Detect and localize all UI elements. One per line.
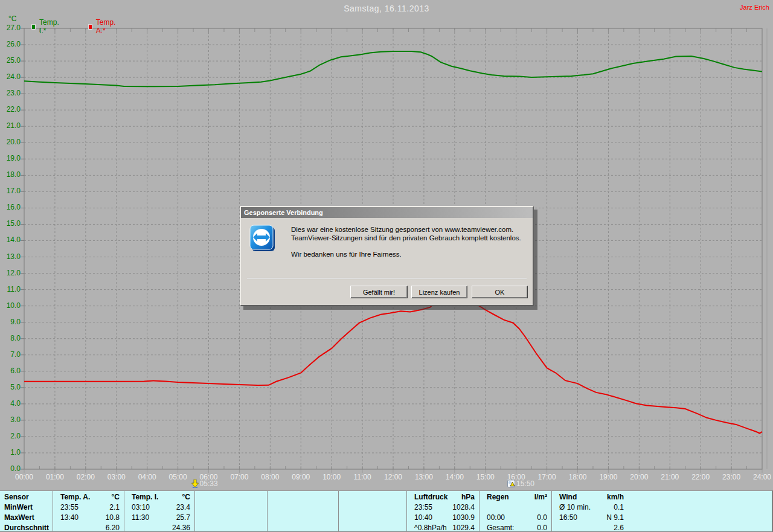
stats-cell-time: 03:10 (132, 502, 150, 513)
y-axis-label: 24.0 (0, 73, 21, 81)
y-axis-label: 1.0 (0, 449, 21, 457)
stats-cell-value: N 9.1 (606, 513, 624, 523)
ok-button[interactable]: OK (472, 286, 528, 298)
stats-row-label: Durchschnitt (0, 523, 53, 532)
stats-cell-value: 6.20 (106, 523, 120, 532)
y-axis-label: 25.0 (0, 57, 21, 65)
y-axis-label: 13.0 (0, 253, 21, 261)
x-axis-label: 11:00 (348, 473, 376, 481)
page-title: Samstag, 16.11.2013 (0, 4, 773, 13)
x-axis-label: 03:00 (103, 473, 130, 481)
stats-cell-time: 23:55 (414, 502, 432, 513)
stats-cell-time: 10:40 (414, 513, 432, 523)
stats-column-name: Regen (487, 492, 509, 502)
temp-a-swatch-icon (88, 24, 92, 30)
x-axis-label: 17:00 (533, 473, 561, 481)
dialog-titlebar[interactable]: Gesponserte Verbindung (241, 207, 533, 218)
y-axis-label: 23.0 (0, 89, 21, 97)
x-axis-label: 00:00 (10, 473, 38, 481)
x-axis-label: 23:00 (717, 473, 745, 481)
stats-column-name: Temp. I. (132, 492, 158, 502)
stats-column-regen: Regenl/m²00:000.0Gesamt:0.0 (479, 491, 551, 532)
stats-cell-time: 16:50 (559, 513, 577, 523)
sunrise-icon (191, 479, 199, 488)
stats-cell-value: 1028.4 (452, 502, 475, 513)
stats-column-unit: l/m² (534, 492, 547, 502)
stats-cell-value: 0.0 (537, 513, 547, 523)
dialog-fairness-line: Wir bedanken uns für Ihre Fairness. (291, 251, 402, 258)
stats-column-name: Wind (559, 492, 577, 502)
x-axis-label: 02:00 (72, 473, 100, 481)
y-axis-unit: °C (8, 14, 16, 23)
stats-cell-time: 13:40 (60, 513, 79, 523)
x-axis-label: 12:00 (379, 473, 407, 481)
stats-table: SensorMinWertMaxWertDurchschnitt Temp. A… (0, 490, 773, 532)
legend-label: Temp. I.* (39, 18, 60, 35)
legend-item-temp-a: Temp. A.* (88, 18, 117, 35)
x-axis-label: 24:00 (748, 473, 773, 481)
dialog-message-line: TeamViewer-Sitzungen sind für den privat… (291, 234, 521, 242)
stats-cell-value: 23.4 (176, 502, 190, 513)
y-axis-label: 6.0 (0, 367, 21, 375)
sunrise-marker: 05:33 (191, 479, 218, 488)
x-axis-label: 13:00 (410, 473, 438, 481)
stats-cell-time: Ø 10 min. (559, 502, 591, 513)
y-axis-label: 10.0 (0, 302, 21, 310)
x-axis-label: 15:00 (472, 473, 499, 481)
y-axis-label: 19.0 (0, 155, 21, 162)
stats-cell-value: 1029.4 (452, 523, 475, 532)
dialog-message-line: Dies war eine kostenlose Sitzung gespons… (291, 225, 521, 234)
stats-cell-time: Gesamt: (487, 523, 514, 532)
stats-cell-value: 1030.9 (452, 513, 475, 523)
dialog-title: Gesponserte Verbindung (244, 209, 323, 216)
teamviewer-dialog: Gesponserte Verbindung Dies war eine kos… (240, 206, 534, 306)
temp-i-swatch-icon (31, 24, 36, 30)
y-axis-label: 3.0 (0, 416, 21, 424)
y-axis-label: 15.0 (0, 220, 21, 228)
stats-column-temp-i-: Temp. I.°C03:1023.411:3025.724.36 (124, 491, 194, 532)
like-button[interactable]: Gefällt mir! (350, 286, 408, 298)
stats-cell-time: ^0.8hPa/h (414, 523, 447, 532)
x-axis-label: 18:00 (564, 473, 592, 481)
user-name: Jarz Erich (740, 4, 769, 11)
stats-cell-value: 10.8 (106, 513, 120, 523)
stats-row-label: MaxWert (0, 513, 53, 523)
stats-cell-value: 24.36 (172, 523, 190, 532)
stats-cell-value: 0.1 (614, 502, 624, 513)
y-axis-label: 2.0 (0, 432, 21, 440)
stats-row-label: Sensor (0, 492, 53, 502)
y-axis-label: 14.0 (0, 236, 21, 244)
x-axis-label: 07:00 (225, 473, 253, 481)
buy-license-button[interactable]: Lizenz kaufen (411, 286, 467, 298)
x-axis-label: 19:00 (594, 473, 622, 481)
y-axis-label: 11.0 (0, 286, 21, 293)
y-axis-label: 5.0 (0, 383, 21, 391)
y-axis-label: 7.0 (0, 351, 21, 359)
stats-column-unit: km/h (607, 492, 624, 502)
stats-cell-value: 25.7 (176, 513, 190, 523)
y-axis-label: 26.0 (0, 40, 21, 48)
x-axis-label: 01:00 (41, 473, 69, 481)
stats-cell-time: 00:00 (487, 513, 505, 523)
y-axis-label: 22.0 (0, 106, 21, 114)
x-axis-label: 09:00 (287, 473, 315, 481)
sunset-marker: 15:50 (507, 479, 534, 488)
y-axis-label: 16.0 (0, 204, 21, 211)
sunset-icon (507, 479, 515, 488)
y-axis-label: 12.0 (0, 269, 21, 277)
x-axis-label: 10:00 (318, 473, 345, 481)
legend-item-temp-i: Temp. I.* (31, 18, 60, 35)
stats-cell-value: 0.0 (537, 523, 547, 532)
teamviewer-icon (248, 224, 276, 254)
column-separator (194, 491, 195, 532)
stats-column-wind: Windkm/hØ 10 min.0.116:50N 9.12.6 (551, 491, 628, 532)
stats-column-name: Temp. A. (60, 492, 90, 502)
stats-column-unit: °C (182, 492, 190, 502)
stats-column-unit: °C (112, 492, 120, 502)
stats-column-unit: hPa (461, 492, 475, 502)
y-axis-label: 18.0 (0, 171, 21, 179)
x-axis-label: 04:00 (133, 473, 161, 481)
x-axis-label: 20:00 (625, 473, 653, 481)
stats-cell-value: 2.1 (109, 502, 120, 513)
dialog-body: Dies war eine kostenlose Sitzung gespons… (241, 218, 533, 305)
